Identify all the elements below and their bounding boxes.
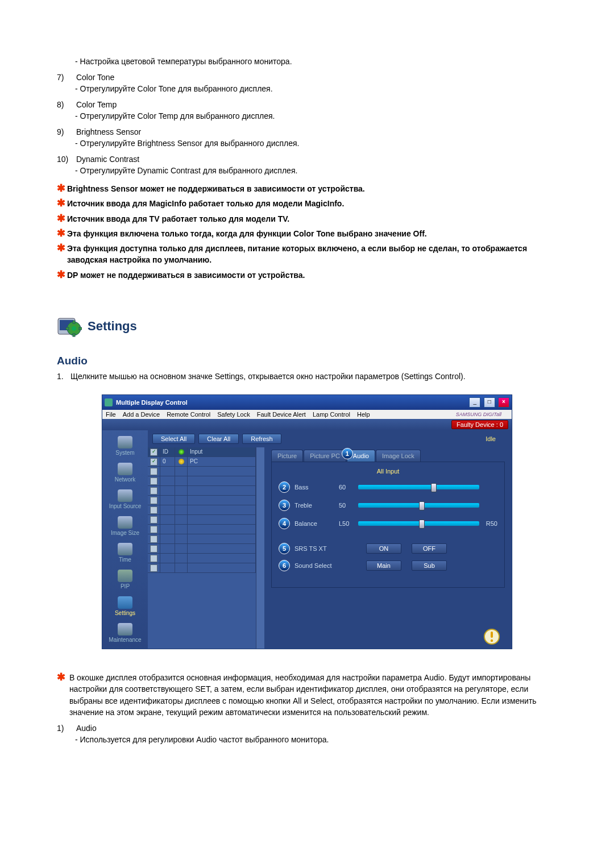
system-icon bbox=[118, 436, 132, 448]
sidebar-item-network[interactable]: Network bbox=[102, 459, 148, 486]
minimize-button[interactable]: _ bbox=[469, 397, 480, 408]
sidebar: System Network Input Source Image Size T… bbox=[102, 430, 148, 649]
settings-icon bbox=[118, 596, 132, 609]
svg-point-3 bbox=[72, 326, 76, 331]
balance-end: R50 bbox=[482, 520, 497, 527]
note-1: Brightness Sensor может не поддерживатьс… bbox=[67, 184, 365, 193]
table-row[interactable] bbox=[148, 554, 256, 563]
menu-fault-device-alert[interactable]: Fault Device Alert bbox=[257, 411, 306, 418]
menubar: File Add a Device Remote Control Safety … bbox=[102, 410, 512, 419]
sidebar-item-maintenance[interactable]: Maintenance bbox=[102, 620, 148, 646]
table-row[interactable] bbox=[148, 525, 256, 534]
balance-slider[interactable] bbox=[358, 521, 479, 526]
menu-add-device[interactable]: Add a Device bbox=[123, 411, 160, 418]
table-row[interactable] bbox=[148, 467, 256, 476]
maximize-button[interactable]: □ bbox=[484, 397, 495, 408]
select-all-button[interactable]: Select All bbox=[152, 434, 195, 444]
sound-sub-button[interactable]: Sub bbox=[412, 560, 447, 571]
grid-header-check[interactable] bbox=[148, 447, 160, 456]
menu-help[interactable]: Help bbox=[357, 411, 370, 418]
balance-label: Balance bbox=[294, 520, 339, 527]
sidebar-label: Network bbox=[115, 476, 136, 483]
table-row[interactable]: 0 PC bbox=[148, 457, 256, 467]
tab-image-lock[interactable]: Image Lock bbox=[376, 450, 421, 462]
sidebar-item-input-source[interactable]: Input Source bbox=[102, 486, 148, 513]
srs-off-button[interactable]: OFF bbox=[412, 543, 447, 554]
window-titlebar[interactable]: Multiple Display Control _ □ × bbox=[102, 395, 512, 410]
bass-value: 60 bbox=[339, 484, 356, 491]
brand-logo: SAMSUNG DIGITall bbox=[456, 412, 501, 417]
grid-header-id: ID bbox=[160, 447, 175, 456]
top-desc: - Настройка цветовой температуры выбранн… bbox=[75, 57, 557, 66]
bottom-item-num-1: 1) bbox=[57, 724, 74, 733]
callout-1: 1 bbox=[342, 448, 353, 459]
note-3: Источник ввода для TV работает только дл… bbox=[67, 214, 289, 223]
sound-select-label: Sound Select bbox=[294, 562, 356, 569]
sidebar-label: Image Size bbox=[111, 530, 139, 536]
sidebar-item-pip[interactable]: PIP bbox=[102, 566, 148, 593]
star-icon: ✱ bbox=[57, 228, 67, 238]
svg-rect-7 bbox=[79, 327, 82, 330]
row-checkbox[interactable] bbox=[150, 487, 157, 495]
row-checkbox[interactable] bbox=[150, 506, 157, 514]
table-row[interactable] bbox=[148, 496, 256, 505]
row-checkbox[interactable] bbox=[150, 545, 157, 553]
row-checkbox[interactable] bbox=[150, 458, 157, 466]
grid-scrollbar[interactable] bbox=[256, 447, 264, 649]
menu-file[interactable]: File bbox=[106, 411, 116, 418]
table-row[interactable] bbox=[148, 515, 256, 525]
table-row[interactable] bbox=[148, 544, 256, 554]
tab-audio-label: Audio bbox=[353, 452, 369, 459]
sound-main-button[interactable]: Main bbox=[366, 560, 401, 571]
note-6: DP может не поддерживаться в зависимости… bbox=[67, 271, 305, 280]
item-num-10: 10) bbox=[57, 155, 74, 164]
sidebar-item-time[interactable]: Time bbox=[102, 539, 148, 566]
input-source-icon bbox=[118, 489, 132, 502]
sidebar-item-settings[interactable]: Settings bbox=[102, 593, 148, 620]
sidebar-label: Settings bbox=[115, 610, 135, 616]
menu-lamp-control[interactable]: Lamp Control bbox=[313, 411, 350, 418]
tab-picture[interactable]: Picture bbox=[271, 450, 303, 462]
window-title: Multiple Display Control bbox=[116, 399, 468, 406]
row-checkbox[interactable] bbox=[150, 516, 157, 524]
sidebar-label: Maintenance bbox=[109, 637, 141, 643]
svg-rect-5 bbox=[73, 334, 75, 337]
table-row[interactable] bbox=[148, 505, 256, 515]
note-2: Источник ввода для MagicInfo работает то… bbox=[67, 199, 344, 208]
star-icon: ✱ bbox=[57, 672, 67, 682]
grid-header-status bbox=[175, 447, 188, 456]
callout-3: 3 bbox=[279, 500, 290, 511]
note-4: Эта функция включена только тогда, когда… bbox=[67, 229, 427, 238]
callout-4: 4 bbox=[279, 518, 290, 529]
sidebar-label: System bbox=[115, 450, 134, 456]
faulty-device-badge[interactable]: Faulty Device : 0 bbox=[451, 420, 508, 429]
row-checkbox[interactable] bbox=[150, 564, 157, 572]
table-row[interactable] bbox=[148, 476, 256, 486]
treble-slider[interactable] bbox=[358, 503, 479, 508]
treble-value: 50 bbox=[339, 502, 356, 509]
bass-slider[interactable] bbox=[358, 485, 479, 489]
close-button[interactable]: × bbox=[498, 397, 509, 408]
tab-audio[interactable]: 1 Audio bbox=[347, 450, 375, 462]
clear-all-button[interactable]: Clear All bbox=[198, 434, 239, 444]
tab-picture-pc[interactable]: Picture PC bbox=[304, 450, 346, 462]
star-icon: ✱ bbox=[57, 269, 67, 280]
menu-remote-control[interactable]: Remote Control bbox=[167, 411, 210, 418]
refresh-button[interactable]: Refresh bbox=[242, 434, 281, 444]
table-row[interactable] bbox=[148, 486, 256, 496]
sidebar-item-image-size[interactable]: Image Size bbox=[102, 513, 148, 539]
row-checkbox[interactable] bbox=[150, 526, 157, 533]
balance-value: L50 bbox=[339, 520, 356, 527]
item-num-7: 7) bbox=[57, 73, 74, 82]
row-checkbox[interactable] bbox=[150, 468, 157, 475]
menu-safety-lock[interactable]: Safety Lock bbox=[217, 411, 250, 418]
warning-icon bbox=[483, 628, 500, 645]
table-row[interactable] bbox=[148, 563, 256, 573]
row-checkbox[interactable] bbox=[150, 497, 157, 504]
srs-on-button[interactable]: ON bbox=[366, 543, 401, 554]
row-checkbox[interactable] bbox=[150, 535, 157, 543]
sidebar-item-system[interactable]: System bbox=[102, 433, 148, 459]
row-checkbox[interactable] bbox=[150, 555, 157, 562]
row-checkbox[interactable] bbox=[150, 477, 157, 485]
table-row[interactable] bbox=[148, 534, 256, 544]
